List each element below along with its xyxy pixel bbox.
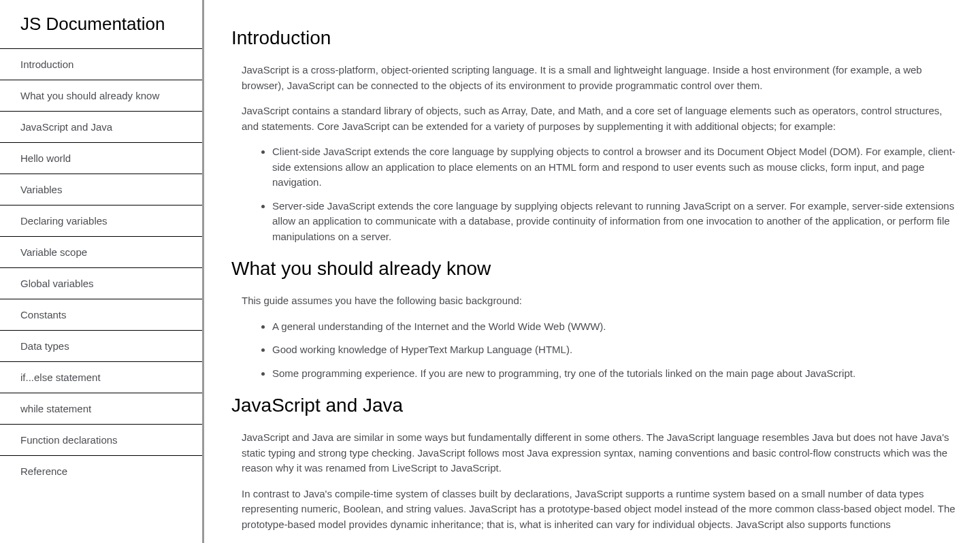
sidebar-item-function-declarations[interactable]: Function declarations [0,424,202,455]
list-item: Client-side JavaScript extends the core … [272,144,960,191]
paragraph: JavaScript is a cross-platform, object-o… [242,63,960,93]
list-item: Good working knowledge of HyperText Mark… [272,342,960,358]
bullet-list: A general understanding of the Internet … [272,319,960,382]
sidebar-item-constants[interactable]: Constants [0,299,202,330]
sidebar-item-while-statement[interactable]: while statement [0,393,202,424]
sidebar-item-hello-world[interactable]: Hello world [0,142,202,174]
list-item: A general understanding of the Internet … [272,319,960,335]
main-content: Introduction JavaScript is a cross-platf… [211,0,980,543]
sidebar: JS Documentation Introduction What you s… [0,0,204,543]
section-body: This guide assumes you have the followin… [242,293,960,381]
sidebar-item-data-types[interactable]: Data types [0,330,202,361]
sidebar-item-what-you-should-already-know[interactable]: What you should already know [0,80,202,111]
sidebar-item-introduction[interactable]: Introduction [0,48,202,80]
paragraph: JavaScript contains a standard library o… [242,103,960,134]
sidebar-item-variable-scope[interactable]: Variable scope [0,236,202,267]
list-item: Server-side JavaScript extends the core … [272,199,960,245]
section-heading: Introduction [231,27,960,49]
section-heading: JavaScript and Java [231,395,960,416]
section-what-you-should-already-know: What you should already know This guide … [231,258,960,381]
sidebar-item-variables[interactable]: Variables [0,174,202,205]
section-body: JavaScript and Java are similar in some … [242,430,960,532]
bullet-list: Client-side JavaScript extends the core … [272,144,960,244]
sidebar-item-if-else-statement[interactable]: if...else statement [0,361,202,393]
sidebar-nav-list: Introduction What you should already kno… [0,48,202,487]
sidebar-title: JS Documentation [0,0,202,48]
paragraph: JavaScript and Java are similar in some … [242,430,960,476]
paragraph: This guide assumes you have the followin… [242,293,960,309]
sidebar-item-declaring-variables[interactable]: Declaring variables [0,205,202,236]
section-body: JavaScript is a cross-platform, object-o… [242,63,960,244]
section-javascript-and-java: JavaScript and Java JavaScript and Java … [231,395,960,532]
sidebar-item-global-variables[interactable]: Global variables [0,267,202,299]
sidebar-item-javascript-and-java[interactable]: JavaScript and Java [0,111,202,142]
paragraph: In contrast to Java's compile-time syste… [242,487,960,533]
sidebar-item-reference[interactable]: Reference [0,455,202,487]
section-introduction: Introduction JavaScript is a cross-platf… [231,27,960,244]
section-heading: What you should already know [231,258,960,280]
list-item: Some programming experience. If you are … [272,366,960,382]
